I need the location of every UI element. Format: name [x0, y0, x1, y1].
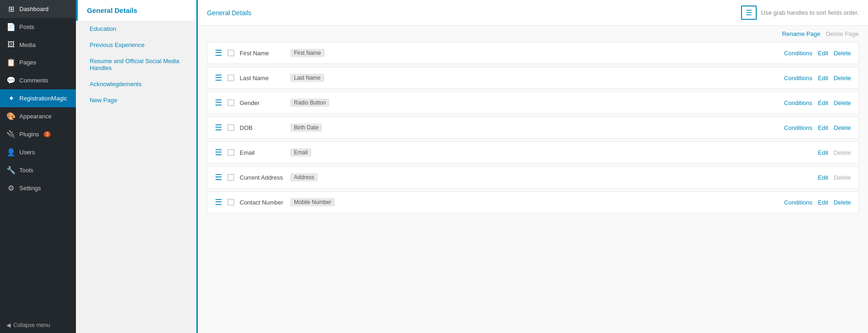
appearance-icon: 🎨 — [6, 112, 16, 121]
plugins-icon: 🔌 — [6, 130, 16, 139]
appearance-label: Appearance — [19, 113, 52, 120]
delete-link-first-name[interactable]: Delete — [834, 50, 851, 57]
checkbox-last-name[interactable] — [228, 75, 234, 81]
field-name-email: Email — [240, 149, 286, 156]
delete-link-contact-number[interactable]: Delete — [834, 199, 851, 206]
drag-handle-icon[interactable]: ☰ — [215, 73, 222, 83]
drag-handle-icon[interactable]: ☰ — [215, 48, 222, 58]
checkbox-dob[interactable] — [228, 124, 234, 131]
field-badge-gender: Radio Button — [290, 99, 329, 107]
main-content: General DetailsEducationPrevious Experie… — [76, 0, 868, 333]
pages-icon: 📋 — [6, 58, 16, 67]
table-row: ☰First NameFirst NameConditionsEditDelet… — [207, 42, 859, 64]
page-actions-bar: Rename Page Delete Page — [198, 26, 868, 42]
field-name-current-address: Current Address — [240, 174, 286, 181]
delete-link-dob[interactable]: Delete — [834, 124, 851, 131]
drag-handle-icon[interactable]: ☰ — [215, 147, 222, 158]
conditions-link-gender[interactable]: Conditions — [784, 99, 812, 106]
section-new-page[interactable]: New Page — [76, 92, 196, 108]
field-name-dob: DOB — [240, 124, 286, 131]
sidebar-item-plugins[interactable]: 🔌Plugins3 — [0, 125, 76, 143]
field-actions-email: EditDelete — [818, 149, 851, 156]
drag-handle-icon[interactable]: ☰ — [215, 172, 222, 182]
tools-label: Tools — [19, 167, 33, 174]
delete-link-last-name[interactable]: Delete — [834, 75, 851, 82]
content-panel: General Details ☰ Use grab handles to so… — [198, 0, 868, 333]
collapse-icon: ◀ — [6, 322, 11, 328]
field-badge-last-name: Last Name — [290, 74, 324, 82]
users-label: Users — [19, 149, 35, 156]
conditions-link-last-name[interactable]: Conditions — [784, 75, 812, 82]
collapse-menu[interactable]: ◀Collapse menu — [0, 317, 76, 333]
sidebar-item-tools[interactable]: 🔧Tools — [0, 161, 76, 179]
drag-handle-icon[interactable]: ☰ — [215, 197, 222, 207]
conditions-link-contact-number[interactable]: Conditions — [784, 199, 812, 206]
content-topbar: General Details ☰ Use grab handles to so… — [198, 0, 868, 26]
sort-hint: Use grab handles to sort fields order. — [761, 9, 859, 16]
edit-link-gender[interactable]: Edit — [818, 99, 828, 106]
sidebar-item-posts[interactable]: 📄Posts — [0, 18, 76, 36]
section-acknowlegdements[interactable]: Acknowlegdements — [76, 76, 196, 92]
sidebar-item-comments[interactable]: 💬Comments — [0, 71, 76, 89]
sidebar: ⊞Dashboard📄Posts🖼Media📋Pages💬Comments✦Re… — [0, 0, 76, 333]
plugins-label: Plugins — [19, 131, 39, 138]
drag-handle-icon[interactable]: ☰ — [215, 123, 222, 133]
fields-list: ☰First NameFirst NameConditionsEditDelet… — [198, 42, 868, 225]
delete-link-current-address[interactable]: Delete — [834, 174, 851, 181]
tools-icon: 🔧 — [6, 166, 16, 175]
drag-handle-icon[interactable]: ☰ — [215, 98, 222, 108]
sidebar-item-pages[interactable]: 📋Pages — [0, 53, 76, 71]
checkbox-contact-number[interactable] — [228, 199, 234, 205]
checkbox-current-address[interactable] — [228, 174, 234, 181]
checkbox-gender[interactable] — [228, 99, 234, 106]
sidebar-item-media[interactable]: 🖼Media — [0, 36, 76, 53]
edit-link-last-name[interactable]: Edit — [818, 75, 828, 82]
pages-label: Pages — [19, 59, 36, 66]
media-label: Media — [19, 41, 35, 48]
field-name-gender: Gender — [240, 99, 286, 106]
section-title: General Details — [207, 9, 252, 17]
collapse-label: Collapse menu — [13, 322, 50, 328]
field-actions-last-name: ConditionsEditDelete — [784, 75, 851, 82]
edit-link-dob[interactable]: Edit — [818, 124, 828, 131]
edit-link-current-address[interactable]: Edit — [818, 174, 828, 181]
delete-link-gender[interactable]: Delete — [834, 99, 851, 106]
posts-icon: 📄 — [6, 23, 16, 31]
topbar-right: ☰ Use grab handles to sort fields order. — [741, 6, 859, 20]
checkbox-first-name[interactable] — [228, 50, 234, 56]
edit-link-email[interactable]: Edit — [818, 149, 828, 156]
table-row: ☰GenderRadio ButtonConditionsEditDelete — [207, 92, 859, 114]
delete-page-link[interactable]: Delete Page — [826, 30, 859, 37]
posts-label: Posts — [19, 23, 34, 30]
field-actions-contact-number: ConditionsEditDelete — [784, 199, 851, 206]
table-row: ☰Current AddressAddressEditDelete — [207, 166, 859, 188]
field-actions-dob: ConditionsEditDelete — [784, 124, 851, 131]
sidebar-item-settings[interactable]: ⚙Settings — [0, 179, 76, 197]
checkbox-email[interactable] — [228, 149, 234, 156]
table-row: ☰Contact NumberMobile NumberConditionsEd… — [207, 191, 859, 213]
field-badge-contact-number: Mobile Number — [290, 198, 335, 206]
dashboard-label: Dashboard — [19, 6, 49, 12]
edit-link-first-name[interactable]: Edit — [818, 50, 828, 57]
settings-label: Settings — [19, 185, 41, 192]
comments-label: Comments — [19, 77, 48, 84]
sort-button[interactable]: ☰ — [741, 6, 757, 20]
field-actions-gender: ConditionsEditDelete — [784, 99, 851, 106]
table-row: ☰DOBBirth DateConditionsEditDelete — [207, 117, 859, 139]
sidebar-item-registrationmagic[interactable]: ✦RegistrationMagic — [0, 89, 76, 107]
edit-link-contact-number[interactable]: Edit — [818, 199, 828, 206]
sidebar-item-appearance[interactable]: 🎨Appearance — [0, 107, 76, 125]
field-name-first-name: First Name — [240, 50, 286, 57]
rename-page-link[interactable]: Rename Page — [782, 30, 820, 37]
section-resume[interactable]: Resume and Official Social Media Handles — [76, 53, 196, 76]
sidebar-item-dashboard[interactable]: ⊞Dashboard — [0, 0, 76, 18]
section-education[interactable]: Education — [76, 21, 196, 37]
delete-link-email[interactable]: Delete — [834, 149, 851, 156]
registrationmagic-icon: ✦ — [6, 94, 16, 103]
sidebar-item-users[interactable]: 👤Users — [0, 143, 76, 161]
conditions-link-dob[interactable]: Conditions — [784, 124, 812, 131]
left-panel: General DetailsEducationPrevious Experie… — [76, 0, 198, 333]
conditions-link-first-name[interactable]: Conditions — [784, 50, 812, 57]
active-section[interactable]: General Details — [76, 0, 196, 21]
section-previous-experience[interactable]: Previous Experience — [76, 37, 196, 53]
